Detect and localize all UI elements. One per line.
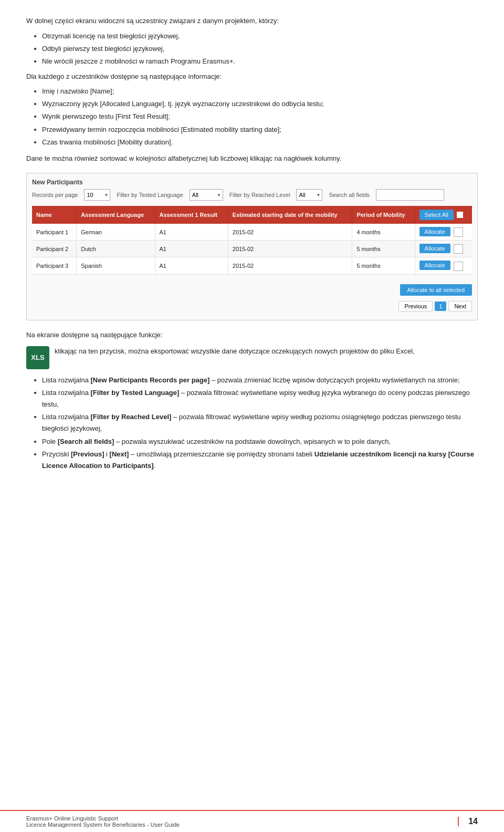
cell-date: 2015-02 — [228, 224, 352, 241]
xls-icon[interactable]: XLS — [26, 346, 49, 369]
feature-bullet-2: Lista rozwijalna [Filter by Tested Langu… — [42, 387, 478, 410]
bullet-item: Otrzymali licencję na test biegłości jęz… — [42, 30, 478, 42]
select-all-button[interactable]: Select All — [419, 210, 454, 220]
cell-name: Participant 2 — [32, 241, 77, 257]
filter-reached-label: Filter by Reached Level — [229, 192, 290, 198]
bullet-item: Wyznaczony język [Allocated Language], t… — [42, 98, 478, 110]
bullet-item: Nie wrócili jeszcze z mobilności w ramac… — [42, 56, 478, 67]
feature-bullet-1: Lista rozwijalna [New Participants Recor… — [42, 375, 478, 386]
cell-result: A1 — [155, 241, 228, 257]
records-per-page-select[interactable]: 10 25 50 — [84, 189, 110, 201]
col-language: Assessment Language — [77, 206, 155, 224]
features-bullets: Lista rozwijalna [New Participants Recor… — [42, 375, 478, 472]
filter-reached-select[interactable]: All A1 A2 B1 — [296, 189, 322, 201]
search-all-input[interactable] — [376, 189, 444, 201]
cell-date: 2015-02 — [228, 257, 352, 274]
cell-date: 2015-02 — [228, 241, 352, 257]
previous-button[interactable]: Previous — [398, 301, 433, 311]
intro-paragraph2: Dla każdego z uczestników dostępne są na… — [26, 71, 478, 82]
cell-period: 5 months — [352, 257, 415, 274]
table-row: Participant 3 Spanish A1 2015-02 5 month… — [32, 257, 472, 274]
filter-reached-select-wrap[interactable]: All A1 A2 B1 — [296, 189, 322, 201]
allocate-button-row3[interactable]: Allocate — [419, 261, 450, 270]
cell-language: Spanish — [77, 257, 155, 274]
cell-language: German — [77, 224, 155, 241]
allocate-button-row1[interactable]: Allocate — [419, 227, 450, 236]
cell-language: Dutch — [77, 241, 155, 257]
allocate-button-row2[interactable]: Allocate — [419, 244, 450, 253]
records-per-page-select-wrap[interactable]: 10 25 50 — [84, 189, 110, 201]
footer-line1: Erasmus+ Online Linguistic Support — [26, 815, 448, 821]
select-all-checkbox[interactable] — [457, 212, 463, 218]
col-date: Estimated starting date of the mobility — [228, 206, 352, 224]
cell-allocate[interactable]: Allocate — [415, 224, 472, 241]
intro-bullets1: Otrzymali licencję na test biegłości jęz… — [42, 30, 478, 67]
participants-table: Name Assessment Language Assessment 1 Re… — [32, 206, 472, 274]
footer-page: 14 — [458, 817, 478, 826]
filter-row: Records per page 10 25 50 Filter by Test… — [32, 189, 472, 201]
bullet-item: Wynik pierwszego testu [First Test Resul… — [42, 111, 478, 122]
filter-tested-label: Filter by Tested Language — [117, 192, 183, 198]
page-number-button[interactable]: 1 — [435, 301, 446, 311]
features-intro: Na ekranie dostępne są następujące funkc… — [26, 330, 478, 340]
bullet-item: Przewidywany termin rozpoczęcia mobilnoś… — [42, 124, 478, 136]
col-result: Assessment 1 Result — [155, 206, 228, 224]
bullet-item: Odbyli pierwszy test biegłości językowej… — [42, 43, 478, 55]
cell-name: Participant 1 — [32, 224, 77, 241]
cell-period: 4 months — [352, 224, 415, 241]
feature-bullet-3: Lista rozwijalna [Filter by Reached Leve… — [42, 411, 478, 434]
cell-name: Participant 3 — [32, 257, 77, 274]
cell-result: A1 — [155, 257, 228, 274]
bullet-item: Czas trwania mobilności [Mobility durati… — [42, 137, 478, 148]
filter-tested-select-wrap[interactable]: All German Dutch Spanish — [190, 189, 223, 201]
feature-bullet-5: Przyciski [Previous] i [Next] – umożliwi… — [42, 449, 478, 472]
footer: Erasmus+ Online Linguistic Support Licen… — [0, 810, 504, 832]
records-per-page-label: Records per page — [32, 192, 78, 198]
cell-allocate[interactable]: Allocate — [415, 257, 472, 274]
intro-bullets2: Imię i nazwisko [Name]; Wyznaczony język… — [42, 86, 478, 148]
row-checkbox-2[interactable] — [454, 244, 463, 254]
screenshot-box: New Participants Records per page 10 25 … — [26, 173, 478, 320]
allocate-all-button[interactable]: Allocate to all selected — [400, 284, 472, 296]
search-all-label: Search all fields — [329, 192, 370, 198]
page-content: W dolnej części ekranu widoczni są uczes… — [0, 0, 504, 518]
col-select-all[interactable]: Select All — [415, 206, 472, 224]
cell-result: A1 — [155, 224, 228, 241]
table-row: Participant 1 German A1 2015-02 4 months… — [32, 224, 472, 241]
row-checkbox-3[interactable] — [454, 262, 463, 271]
pagination-row: Previous 1 Next — [32, 301, 472, 311]
feature-bullet-4: Pole [Search all fields] – pozwala wyszu… — [42, 436, 478, 448]
table-header-row: Name Assessment Language Assessment 1 Re… — [32, 206, 472, 224]
cell-period: 5 months — [352, 241, 415, 257]
next-button[interactable]: Next — [448, 301, 472, 311]
intro-paragraph3: Dane te można również sortować w kolejno… — [26, 153, 478, 164]
bullet-item: Imię i nazwisko [Name]; — [42, 86, 478, 97]
footer-line2: Licence Management System for Beneficiar… — [26, 821, 448, 828]
col-name: Name — [32, 206, 77, 224]
col-period: Period of Mobility — [352, 206, 415, 224]
xls-description: klikając na ten przycisk, można eksporto… — [55, 346, 415, 357]
footer-left: Erasmus+ Online Linguistic Support Licen… — [26, 815, 448, 828]
filter-tested-select[interactable]: All German Dutch Spanish — [190, 189, 223, 201]
intro-paragraph1: W dolnej części ekranu widoczni są uczes… — [26, 16, 478, 26]
row-checkbox-1[interactable] — [454, 227, 463, 237]
xls-row: XLS klikając na ten przycisk, można eksp… — [26, 346, 478, 369]
table-row: Participant 2 Dutch A1 2015-02 5 months … — [32, 241, 472, 257]
cell-allocate[interactable]: Allocate — [415, 241, 472, 257]
np-header: New Participants — [32, 179, 472, 186]
